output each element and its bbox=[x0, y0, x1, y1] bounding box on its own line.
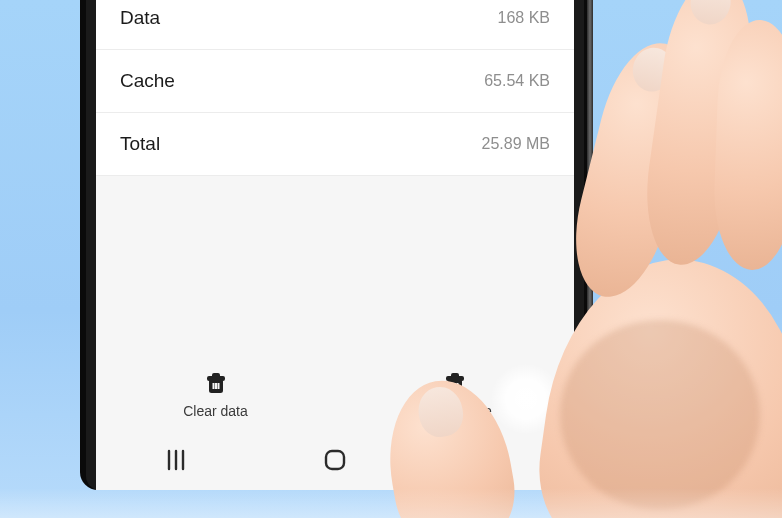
fingernail bbox=[688, 0, 734, 27]
phone-screen: Data 168 KB Cache 65.54 KB Total 25.89 M… bbox=[96, 0, 574, 490]
hand-ring-finger bbox=[712, 19, 782, 272]
phone-frame: Data 168 KB Cache 65.54 KB Total 25.89 M… bbox=[80, 0, 590, 490]
storage-row-data[interactable]: Data 168 KB bbox=[96, 0, 574, 50]
svg-rect-2 bbox=[213, 374, 219, 377]
storage-row-value: 25.89 MB bbox=[482, 135, 550, 153]
fingernail bbox=[628, 43, 677, 95]
back-icon bbox=[481, 447, 507, 477]
trash-icon bbox=[443, 372, 467, 397]
trash-icon bbox=[204, 372, 228, 397]
list-spacer bbox=[96, 176, 574, 276]
storage-list: Data 168 KB Cache 65.54 KB Total 25.89 M… bbox=[96, 0, 574, 176]
storage-row-total[interactable]: Total 25.89 MB bbox=[96, 113, 574, 176]
hand-middle-finger bbox=[636, 0, 762, 271]
scene: Data 168 KB Cache 65.54 KB Total 25.89 M… bbox=[0, 0, 782, 518]
storage-row-cache[interactable]: Cache 65.54 KB bbox=[96, 50, 574, 113]
clear-data-button[interactable]: Clear data bbox=[96, 356, 335, 434]
storage-row-label: Cache bbox=[120, 70, 175, 92]
nav-home-button[interactable] bbox=[290, 442, 380, 482]
recents-icon bbox=[163, 447, 189, 477]
android-nav-bar bbox=[96, 434, 574, 490]
storage-row-label: Data bbox=[120, 7, 160, 29]
storage-row-label: Total bbox=[120, 133, 160, 155]
phone-inner: Data 168 KB Cache 65.54 KB Total 25.89 M… bbox=[86, 0, 584, 490]
nav-back-button[interactable] bbox=[449, 442, 539, 482]
home-icon bbox=[322, 447, 348, 477]
clear-data-label: Clear data bbox=[183, 403, 248, 419]
nav-recents-button[interactable] bbox=[131, 442, 221, 482]
phone-edge bbox=[587, 0, 593, 490]
touch-feedback bbox=[491, 364, 561, 434]
clear-cache-label: Clear cache bbox=[417, 403, 492, 419]
storage-row-value: 168 KB bbox=[498, 9, 550, 27]
svg-rect-15 bbox=[326, 451, 344, 469]
ground-highlight bbox=[0, 488, 782, 518]
svg-rect-8 bbox=[452, 374, 458, 377]
storage-row-value: 65.54 KB bbox=[484, 72, 550, 90]
